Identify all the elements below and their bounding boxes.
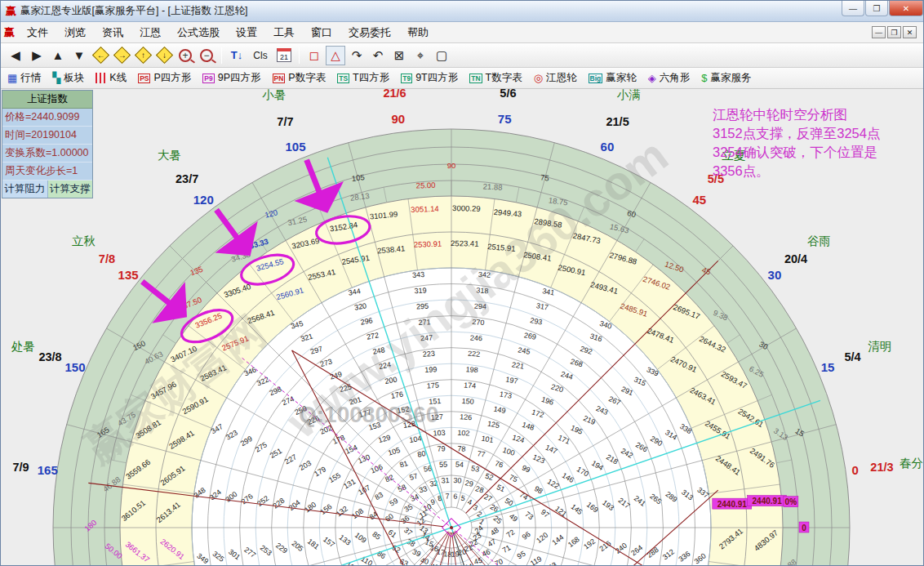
ribbon-label: T数字表 <box>486 71 522 85</box>
forward-button[interactable]: ▶ <box>27 46 47 65</box>
ribbon-item-quotes[interactable]: ▦行情 <box>7 71 41 85</box>
square-tool-button[interactable]: ◻ <box>304 46 324 65</box>
calc-resistance-button[interactable]: 计算阻力 <box>2 180 48 198</box>
svg-text:126: 126 <box>460 412 473 421</box>
function-ribbon: ▦行情▚板块K线PSP四方形P99P四方形PNP数字表TST四方形T99T四方形… <box>1 68 923 89</box>
pan-left-button[interactable]: ← <box>91 46 110 65</box>
app-icon: 赢 <box>6 4 20 19</box>
ribbon-item-winner-wheel[interactable]: Big赢家轮 <box>589 71 637 85</box>
cls-button[interactable]: Cls <box>248 46 273 65</box>
svg-text:150: 150 <box>64 360 85 374</box>
svg-text:90: 90 <box>447 161 456 170</box>
svg-text:23/8: 23/8 <box>38 350 61 363</box>
mdi-restore-button[interactable]: ❐ <box>887 26 901 38</box>
ribbon-item-9t-square[interactable]: T99T四方形 <box>401 71 458 85</box>
svg-text:2440.91: 2440.91 <box>753 497 783 506</box>
svg-text:21/3: 21/3 <box>870 461 893 474</box>
parameter-row-1[interactable]: 时间=20190104 <box>2 127 92 145</box>
up-button[interactable]: ▲ <box>48 46 68 65</box>
menu-item-帮助[interactable]: 帮助 <box>399 23 437 42</box>
svg-text:31: 31 <box>441 476 450 485</box>
menu-item-浏览[interactable]: 浏览 <box>56 23 94 42</box>
triangle-tool-button[interactable]: △ <box>326 46 345 65</box>
pan-right-button[interactable]: → <box>112 46 131 65</box>
parameter-panel: 上证指数 价格=2440.9099时间=20190104变换系数=1.00000… <box>2 90 93 198</box>
pan-down-button[interactable]: ↓ <box>154 46 174 65</box>
svg-text:0%: 0% <box>785 497 797 506</box>
menu-item-资讯[interactable]: 资讯 <box>94 23 131 42</box>
zoom-in-button[interactable]: + <box>175 46 195 65</box>
pan-right-button-icon: → <box>113 47 130 64</box>
svg-text:春分: 春分 <box>900 457 924 470</box>
svg-text:75: 75 <box>498 112 512 126</box>
svg-text:7/8: 7/8 <box>99 252 115 265</box>
calc-buttons: 计算阻力计算支撑 <box>2 180 92 198</box>
zoom-out-button-icon: − <box>200 49 213 62</box>
svg-text:165: 165 <box>38 463 58 477</box>
ribbon-item-9p-square[interactable]: P99P四方形 <box>202 71 260 85</box>
calendar-button[interactable]: 21 <box>274 46 294 65</box>
window-title: 赢家江恩专业版[赢家服务平台] - [上证指数 江恩轮] <box>20 4 247 18</box>
center-target-button[interactable]: ⌖ <box>411 46 430 65</box>
menu-item-工具[interactable]: 工具 <box>265 23 303 42</box>
svg-text:78: 78 <box>457 444 466 453</box>
ribbon-item-t-table[interactable]: TNT数字表 <box>469 71 522 85</box>
ribbon-item-sectors[interactable]: ▚板块 <box>52 71 84 85</box>
svg-text:150: 150 <box>461 397 474 406</box>
ts-icon: TS <box>337 74 349 83</box>
delete-drawing-button[interactable]: ⊠ <box>389 46 409 65</box>
parameter-row-0[interactable]: 价格=2440.9099 <box>2 109 92 127</box>
big-wheel-icon: Big <box>589 74 603 83</box>
ribbon-label: T四方形 <box>353 71 389 85</box>
ribbon-label: P数字表 <box>288 71 326 85</box>
pan-up-button[interactable]: ↑ <box>133 46 153 65</box>
ribbon-item-p-square[interactable]: PSP四方形 <box>138 71 191 85</box>
ribbon-item-t-square[interactable]: TST四方形 <box>337 71 389 85</box>
down-button[interactable]: ▼ <box>69 46 89 65</box>
ribbon-item-p-table[interactable]: PNP数字表 <box>273 71 327 85</box>
parameter-row-2[interactable]: 变换系数=1.00000 <box>2 145 92 163</box>
svg-text:21/6: 21/6 <box>383 89 406 100</box>
menu-item-窗口[interactable]: 窗口 <box>303 23 340 42</box>
select-region-button[interactable]: ▢ <box>432 46 451 65</box>
menu-item-公式选股[interactable]: 公式选股 <box>169 23 228 42</box>
close-button[interactable]: ✕ <box>889 1 923 16</box>
svg-text:25.00: 25.00 <box>416 180 436 190</box>
menu-item-交易委托[interactable]: 交易委托 <box>340 23 399 42</box>
instrument-title: 上证指数 <box>2 91 92 109</box>
pan-left-button-icon: ← <box>91 47 109 64</box>
ribbon-label: 9T四方形 <box>415 71 458 85</box>
parameter-row-3[interactable]: 周天变化步长=1 <box>2 163 92 180</box>
svg-text:135: 135 <box>118 268 139 282</box>
svg-text:246: 246 <box>470 333 483 342</box>
back-button[interactable]: ◀ <box>6 46 25 65</box>
calc-support-button[interactable]: 计算支撑 <box>48 180 93 198</box>
menu-item-文件[interactable]: 文件 <box>19 23 56 42</box>
svg-text:立秋: 立秋 <box>72 234 96 247</box>
restore-button[interactable]: ❐ <box>865 1 888 16</box>
mdi-close-button[interactable]: ✕ <box>903 26 917 38</box>
menu-item-江恩[interactable]: 江恩 <box>131 23 169 42</box>
svg-text:30: 30 <box>453 476 462 485</box>
ribbon-item-gann-wheel[interactable]: ◎江恩轮 <box>534 71 577 85</box>
ribbon-item-hexagon[interactable]: ◈六角形 <box>648 71 691 85</box>
svg-text:0: 0 <box>852 463 859 477</box>
menu-item-设置[interactable]: 设置 <box>228 23 265 42</box>
pan-up-button-icon: ↑ <box>134 47 151 64</box>
time-axis-button[interactable]: T↓ <box>227 46 247 65</box>
svg-text:2523.41: 2523.41 <box>451 238 479 248</box>
ribbon-label: 赢家服务 <box>710 71 751 85</box>
ribbon-label: P四方形 <box>153 71 191 85</box>
zoom-out-button[interactable]: − <box>197 46 216 65</box>
svg-text:3000.29: 3000.29 <box>452 203 481 213</box>
minimize-button[interactable]: — <box>842 1 864 16</box>
svg-text:谷雨: 谷雨 <box>807 234 831 247</box>
rotate-cw-button[interactable]: ↷ <box>347 46 366 65</box>
svg-text:77: 77 <box>477 449 486 459</box>
grid-icon: ▦ <box>7 73 17 83</box>
mdi-minimize-button[interactable]: — <box>872 26 886 38</box>
ribbon-item-winner-service[interactable]: $赢家服务 <box>701 71 751 85</box>
rotate-ccw-button[interactable]: ↶ <box>368 46 388 65</box>
ribbon-item-kline[interactable]: K线 <box>96 71 127 85</box>
svg-text:23/7: 23/7 <box>175 172 198 185</box>
